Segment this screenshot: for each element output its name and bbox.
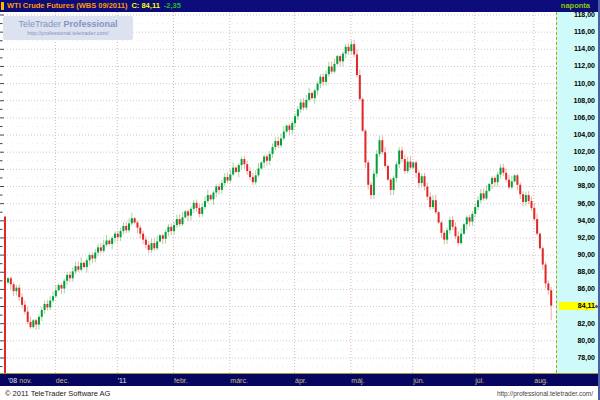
y-axis-label: 116,00 xyxy=(559,28,595,36)
time-axis[interactable]: '08nov.dec.'11febr.márc.ápr.máj.jún.júl.… xyxy=(0,373,598,386)
x-axis-label: dec. xyxy=(56,376,69,385)
instrument-title: WTI Crude Futures (WBS 09/2011) xyxy=(7,0,127,12)
y-axis-label: 110,00 xyxy=(559,80,595,88)
candle xyxy=(72,271,74,278)
candle xyxy=(432,200,434,207)
candle xyxy=(162,235,164,238)
candle xyxy=(103,245,105,251)
candle xyxy=(457,236,459,243)
candle xyxy=(218,186,220,189)
candle xyxy=(429,197,431,207)
candle xyxy=(384,152,386,166)
candle xyxy=(390,180,392,190)
chart-plot-area[interactable]: TeleTrader Professional http://professio… xyxy=(0,12,556,373)
candle xyxy=(111,238,113,244)
y-axis-label: 114,00 xyxy=(559,45,595,53)
candle xyxy=(173,225,175,231)
candle xyxy=(114,234,116,238)
candle xyxy=(395,164,397,178)
candle xyxy=(249,171,251,177)
candle xyxy=(373,174,375,195)
candle xyxy=(418,173,420,183)
candle xyxy=(505,173,507,180)
y-axis-label: 90,00 xyxy=(559,251,595,259)
x-axis-label: '11 xyxy=(118,376,127,385)
candle xyxy=(415,162,417,172)
current-price-label: 84,11 xyxy=(559,302,595,310)
footer-url[interactable]: http://professional.teletrader.com/ xyxy=(497,390,593,397)
y-axis-label: 100,00 xyxy=(559,165,595,173)
candle xyxy=(142,234,144,240)
candle xyxy=(190,209,192,216)
candle xyxy=(488,184,490,191)
artifact-bar xyxy=(4,217,6,373)
candle xyxy=(128,223,130,230)
candle xyxy=(100,247,102,250)
y-axis-label: 86,00 xyxy=(559,285,595,293)
candle xyxy=(325,74,327,82)
candle xyxy=(412,162,414,167)
candle xyxy=(7,278,9,282)
candle xyxy=(519,185,521,194)
candle xyxy=(500,168,502,175)
candle xyxy=(511,181,513,187)
candle xyxy=(215,186,217,192)
candle xyxy=(80,263,82,270)
price-change-value: -2,35 xyxy=(164,0,181,12)
candle xyxy=(179,219,181,224)
candle xyxy=(322,77,324,82)
candle xyxy=(210,195,212,199)
candle xyxy=(379,140,381,154)
candle xyxy=(401,150,403,159)
candle xyxy=(49,301,51,308)
candle xyxy=(159,235,161,241)
candle xyxy=(443,233,445,240)
candle xyxy=(376,154,378,174)
candle xyxy=(156,241,158,248)
x-axis-label: ápr. xyxy=(295,376,307,385)
y-axis-label: 98,00 xyxy=(559,182,595,190)
candle xyxy=(370,185,372,195)
candle xyxy=(241,159,243,165)
candle xyxy=(311,93,313,98)
candle xyxy=(502,168,504,173)
y-axis-label: 108,00 xyxy=(559,97,595,105)
candle xyxy=(44,304,46,310)
candle xyxy=(269,154,271,161)
candle xyxy=(460,234,462,243)
candle xyxy=(440,223,442,233)
candle xyxy=(393,178,395,190)
y-axis-label: 88,00 xyxy=(559,268,595,276)
x-axis-label: júl. xyxy=(475,376,484,385)
candle xyxy=(257,168,259,175)
candle xyxy=(108,241,110,244)
candle xyxy=(350,44,352,51)
candlestick-canvas[interactable] xyxy=(0,12,556,373)
price-axis[interactable]: 118,00116,00114,00112,00110,00108,00106,… xyxy=(556,12,598,373)
y-axis-label: 92,00 xyxy=(559,234,595,242)
candle xyxy=(424,176,426,186)
candle xyxy=(317,84,319,91)
candle xyxy=(305,100,307,108)
candle xyxy=(97,247,99,252)
candle xyxy=(232,168,234,175)
candle xyxy=(516,175,518,184)
candle xyxy=(145,240,147,245)
candle xyxy=(550,290,552,305)
candle xyxy=(184,211,186,217)
y-axis-label: 104,00 xyxy=(559,131,595,139)
candle xyxy=(283,132,285,139)
candle xyxy=(153,243,155,248)
candle xyxy=(530,201,532,208)
instrument-icon xyxy=(1,2,4,10)
candle xyxy=(547,283,549,290)
candle xyxy=(63,281,65,289)
candle xyxy=(294,116,296,123)
y-axis-label: 112,00 xyxy=(559,62,595,70)
candle xyxy=(89,255,91,260)
candle xyxy=(308,93,310,100)
candle xyxy=(196,203,198,208)
y-axis-label: 102,00 xyxy=(559,148,595,156)
candle xyxy=(91,255,93,258)
x-axis-label: nov. xyxy=(19,376,32,385)
